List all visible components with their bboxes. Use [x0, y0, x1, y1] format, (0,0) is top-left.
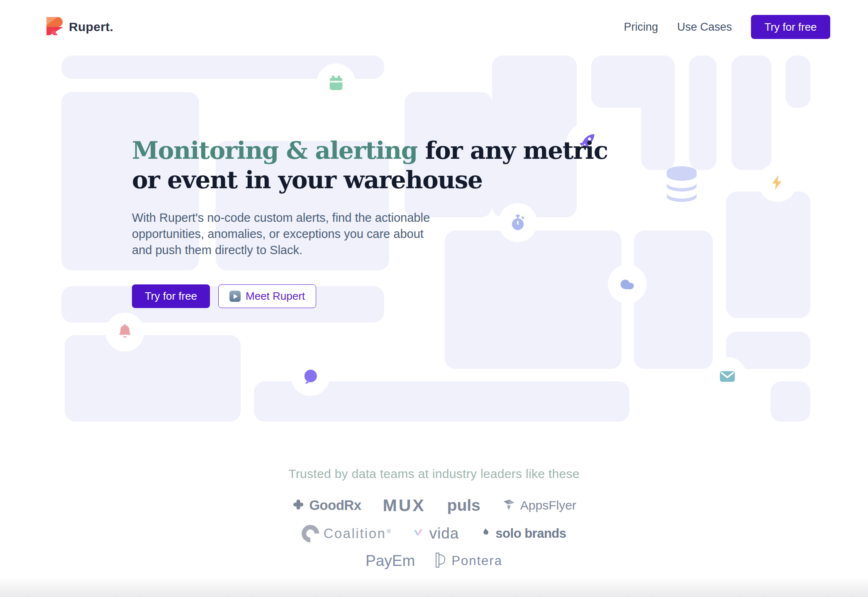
nav-try-for-free-button[interactable]: Try for free	[751, 15, 830, 39]
bottom-fade	[0, 577, 868, 597]
top-nav: Rupert. Pricing Use Cases Try for free	[0, 0, 868, 54]
vida-v-icon	[412, 527, 425, 541]
logo-row-1: GoodRx MUX puls AppsFlyer	[0, 493, 868, 518]
hero-cta-row: Try for free Meet Rupert	[132, 284, 316, 308]
logo-appsflyer: AppsFlyer	[502, 498, 576, 513]
decor-tile	[634, 231, 713, 369]
decor-tile	[770, 381, 810, 422]
logo-pontera: Pontera	[433, 551, 502, 571]
meet-rupert-button[interactable]: Meet Rupert	[218, 284, 316, 308]
nav-link-use-cases[interactable]: Use Cases	[677, 21, 732, 34]
database-icon	[666, 165, 697, 206]
brand-name: Rupert.	[69, 20, 113, 34]
play-icon	[229, 291, 241, 302]
nav-link-pricing[interactable]: Pricing	[624, 21, 658, 34]
logo-puls: puls	[447, 496, 480, 514]
nav-links: Pricing Use Cases Try for free	[624, 15, 830, 39]
logo-vida: vida	[412, 525, 459, 542]
brand[interactable]: Rupert.	[46, 17, 113, 37]
envelope-icon	[708, 357, 747, 396]
decor-tile	[785, 56, 810, 108]
hero-subtext: With Rupert's no-code custom alerts, fin…	[132, 210, 430, 258]
flame-icon	[480, 527, 491, 540]
trusted-caption: Trusted by data teams at industry leader…	[0, 467, 868, 481]
hero-headline: Monitoring & alerting for any metric or …	[132, 136, 607, 195]
appsflyer-kite-icon	[502, 498, 516, 513]
try-for-free-button[interactable]: Try for free	[132, 284, 210, 308]
logo-solo-brands: solo brands	[480, 526, 566, 541]
headline-line2: or event in your warehouse	[132, 166, 482, 194]
logo-payem: PayEm	[366, 552, 415, 570]
calendar-icon	[317, 63, 356, 102]
decor-tile	[726, 192, 810, 318]
pontera-p-icon	[433, 551, 447, 571]
headline-rest: for any metric	[417, 136, 608, 165]
goodrx-cross-icon	[292, 498, 305, 513]
logo-goodrx: GoodRx	[292, 498, 361, 513]
rupert-logo-icon	[46, 17, 63, 37]
stopwatch-icon	[498, 203, 537, 242]
headline-highlight: Monitoring & alerting	[132, 136, 417, 165]
decor-tile	[731, 56, 771, 170]
coalition-c-icon	[298, 521, 323, 546]
decor-tile	[65, 335, 241, 422]
logo-row-2: Coalition® vida solo brands	[0, 522, 868, 546]
logo-coalition: Coalition®	[302, 525, 392, 542]
registered-mark: ®	[387, 528, 392, 534]
chat-bubble-icon	[291, 357, 330, 396]
decor-tile	[689, 56, 717, 170]
decor-tile	[445, 231, 622, 369]
bell-icon	[105, 313, 144, 352]
logo-mux: MUX	[383, 496, 426, 515]
lightning-icon	[758, 163, 797, 202]
cloud-icon	[608, 265, 647, 303]
landing-page: Rupert. Pricing Use Cases Try for free	[0, 0, 868, 597]
logo-row-3: PayEm Pontera	[0, 548, 868, 574]
decor-tile	[641, 56, 675, 170]
